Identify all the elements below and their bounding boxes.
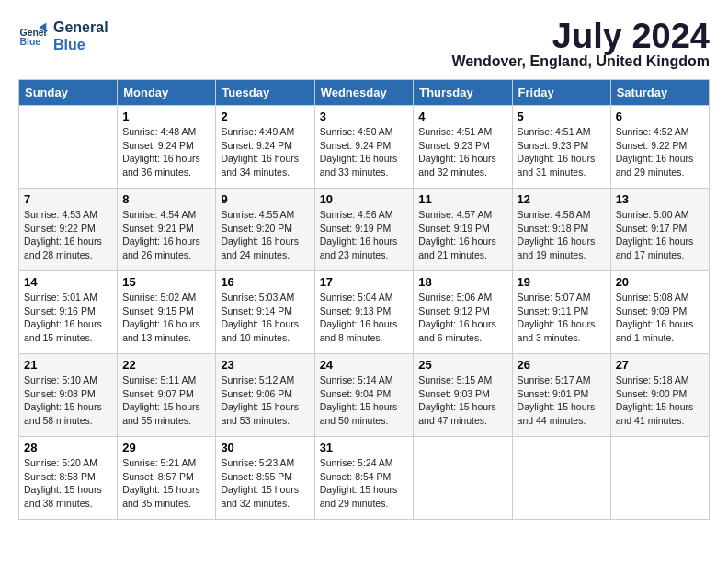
day-info: Sunrise: 5:02 AM Sunset: 9:15 PM Dayligh… [122, 291, 210, 345]
day-number: 23 [221, 358, 309, 372]
day-info: Sunrise: 5:20 AM Sunset: 8:58 PM Dayligh… [24, 456, 112, 511]
header-day-monday: Monday [118, 80, 216, 106]
calendar-cell: 28Sunrise: 5:20 AM Sunset: 8:58 PM Dayli… [19, 437, 118, 520]
location-title: Wendover, England, United Kingdom [451, 53, 710, 70]
calendar-cell [512, 437, 610, 520]
calendar-cell: 12Sunrise: 4:58 AM Sunset: 9:18 PM Dayli… [512, 189, 610, 271]
day-info: Sunrise: 4:49 AM Sunset: 9:24 PM Dayligh… [221, 125, 309, 179]
calendar-cell: 15Sunrise: 5:02 AM Sunset: 9:15 PM Dayli… [118, 271, 216, 354]
calendar-cell: 27Sunrise: 5:18 AM Sunset: 9:00 PM Dayli… [610, 354, 709, 437]
day-number: 4 [418, 109, 506, 123]
calendar-cell: 22Sunrise: 5:11 AM Sunset: 9:07 PM Dayli… [118, 354, 216, 437]
day-info: Sunrise: 4:51 AM Sunset: 9:23 PM Dayligh… [418, 125, 506, 179]
calendar-cell: 4Sunrise: 4:51 AM Sunset: 9:23 PM Daylig… [414, 106, 512, 189]
day-number: 16 [221, 275, 309, 289]
calendar-cell: 1Sunrise: 4:48 AM Sunset: 9:24 PM Daylig… [118, 106, 216, 189]
day-info: Sunrise: 5:12 AM Sunset: 9:06 PM Dayligh… [221, 373, 309, 428]
day-number: 5 [518, 109, 606, 123]
day-number: 17 [320, 275, 409, 289]
day-number: 2 [221, 109, 309, 123]
day-info: Sunrise: 4:56 AM Sunset: 9:19 PM Dayligh… [320, 208, 409, 262]
calendar-cell: 17Sunrise: 5:04 AM Sunset: 9:13 PM Dayli… [314, 271, 414, 354]
day-info: Sunrise: 4:57 AM Sunset: 9:19 PM Dayligh… [418, 208, 506, 262]
day-number: 22 [122, 358, 210, 372]
day-number: 3 [320, 109, 409, 123]
day-info: Sunrise: 5:00 AM Sunset: 9:17 PM Dayligh… [616, 208, 704, 262]
day-info: Sunrise: 5:17 AM Sunset: 9:01 PM Dayligh… [518, 373, 606, 428]
day-info: Sunrise: 5:21 AM Sunset: 8:57 PM Dayligh… [122, 456, 210, 511]
calendar-cell: 18Sunrise: 5:06 AM Sunset: 9:12 PM Dayli… [414, 271, 512, 354]
day-number: 29 [122, 441, 210, 454]
day-info: Sunrise: 5:01 AM Sunset: 9:16 PM Dayligh… [24, 291, 112, 345]
calendar-cell: 2Sunrise: 4:49 AM Sunset: 9:24 PM Daylig… [216, 106, 314, 189]
day-info: Sunrise: 4:51 AM Sunset: 9:23 PM Dayligh… [518, 125, 606, 179]
calendar-cell: 3Sunrise: 4:50 AM Sunset: 9:24 PM Daylig… [314, 106, 414, 189]
calendar-cell: 20Sunrise: 5:08 AM Sunset: 9:09 PM Dayli… [610, 271, 709, 354]
calendar-cell: 31Sunrise: 5:24 AM Sunset: 8:54 PM Dayli… [314, 437, 414, 520]
calendar-cell: 14Sunrise: 5:01 AM Sunset: 9:16 PM Dayli… [19, 271, 118, 354]
header-day-tuesday: Tuesday [216, 80, 314, 106]
day-number: 21 [24, 358, 112, 372]
calendar-cell: 23Sunrise: 5:12 AM Sunset: 9:06 PM Dayli… [216, 354, 314, 437]
day-info: Sunrise: 4:50 AM Sunset: 9:24 PM Dayligh… [320, 125, 409, 179]
day-info: Sunrise: 5:03 AM Sunset: 9:14 PM Dayligh… [221, 291, 309, 345]
calendar-cell: 8Sunrise: 4:54 AM Sunset: 9:21 PM Daylig… [118, 189, 216, 271]
calendar-cell [610, 437, 709, 520]
logo-line1: General [53, 18, 108, 36]
day-number: 26 [518, 358, 606, 372]
day-info: Sunrise: 5:14 AM Sunset: 9:04 PM Dayligh… [320, 373, 409, 428]
calendar-cell: 21Sunrise: 5:10 AM Sunset: 9:08 PM Dayli… [19, 354, 118, 437]
day-number: 11 [418, 192, 506, 206]
day-number: 7 [24, 192, 112, 206]
calendar-cell: 24Sunrise: 5:14 AM Sunset: 9:04 PM Dayli… [314, 354, 414, 437]
calendar-cell [19, 106, 118, 189]
day-number: 31 [320, 441, 409, 454]
day-number: 20 [616, 275, 704, 289]
day-number: 30 [221, 441, 309, 454]
calendar-cell: 30Sunrise: 5:23 AM Sunset: 8:55 PM Dayli… [216, 437, 314, 520]
day-number: 13 [616, 192, 704, 206]
title-area: July 2024 Wendover, England, United King… [451, 18, 710, 70]
calendar-cell: 11Sunrise: 4:57 AM Sunset: 9:19 PM Dayli… [414, 189, 512, 271]
calendar-cell: 6Sunrise: 4:52 AM Sunset: 9:22 PM Daylig… [610, 106, 709, 189]
calendar-cell: 10Sunrise: 4:56 AM Sunset: 9:19 PM Dayli… [314, 189, 414, 271]
day-number: 8 [122, 192, 210, 206]
day-info: Sunrise: 4:53 AM Sunset: 9:22 PM Dayligh… [24, 208, 112, 262]
day-number: 10 [320, 192, 409, 206]
header-day-friday: Friday [512, 80, 610, 106]
day-info: Sunrise: 5:07 AM Sunset: 9:11 PM Dayligh… [518, 291, 606, 345]
day-info: Sunrise: 4:48 AM Sunset: 9:24 PM Dayligh… [122, 125, 210, 179]
day-info: Sunrise: 5:04 AM Sunset: 9:13 PM Dayligh… [320, 291, 409, 345]
calendar-table: SundayMondayTuesdayWednesdayThursdayFrid… [18, 79, 710, 520]
calendar-cell: 7Sunrise: 4:53 AM Sunset: 9:22 PM Daylig… [19, 189, 118, 271]
day-info: Sunrise: 5:10 AM Sunset: 9:08 PM Dayligh… [24, 373, 112, 428]
day-number: 25 [418, 358, 506, 372]
day-info: Sunrise: 5:06 AM Sunset: 9:12 PM Dayligh… [418, 291, 506, 345]
calendar-cell: 19Sunrise: 5:07 AM Sunset: 9:11 PM Dayli… [512, 271, 610, 354]
day-info: Sunrise: 4:58 AM Sunset: 9:18 PM Dayligh… [518, 208, 606, 262]
svg-text:Blue: Blue [20, 38, 41, 48]
header-day-saturday: Saturday [610, 80, 709, 106]
calendar-cell: 16Sunrise: 5:03 AM Sunset: 9:14 PM Dayli… [216, 271, 314, 354]
day-number: 24 [320, 358, 409, 372]
day-number: 15 [122, 275, 210, 289]
day-info: Sunrise: 5:24 AM Sunset: 8:54 PM Dayligh… [320, 456, 409, 511]
day-number: 18 [418, 275, 506, 289]
day-info: Sunrise: 4:55 AM Sunset: 9:20 PM Dayligh… [221, 208, 309, 262]
day-info: Sunrise: 5:08 AM Sunset: 9:09 PM Dayligh… [616, 291, 704, 345]
header-day-wednesday: Wednesday [314, 80, 414, 106]
day-number: 1 [122, 109, 210, 123]
calendar-cell: 29Sunrise: 5:21 AM Sunset: 8:57 PM Dayli… [118, 437, 216, 520]
calendar-cell: 5Sunrise: 4:51 AM Sunset: 9:23 PM Daylig… [512, 106, 610, 189]
calendar-cell: 26Sunrise: 5:17 AM Sunset: 9:01 PM Dayli… [512, 354, 610, 437]
logo-line2: Blue [53, 36, 108, 53]
header-day-sunday: Sunday [19, 80, 118, 106]
day-info: Sunrise: 5:18 AM Sunset: 9:00 PM Dayligh… [616, 373, 704, 428]
header-day-thursday: Thursday [414, 80, 512, 106]
day-number: 9 [221, 192, 309, 206]
day-info: Sunrise: 5:11 AM Sunset: 9:07 PM Dayligh… [122, 373, 210, 428]
day-info: Sunrise: 5:23 AM Sunset: 8:55 PM Dayligh… [221, 456, 309, 511]
calendar-cell: 9Sunrise: 4:55 AM Sunset: 9:20 PM Daylig… [216, 189, 314, 271]
calendar-cell: 13Sunrise: 5:00 AM Sunset: 9:17 PM Dayli… [610, 189, 709, 271]
day-number: 28 [24, 441, 112, 454]
